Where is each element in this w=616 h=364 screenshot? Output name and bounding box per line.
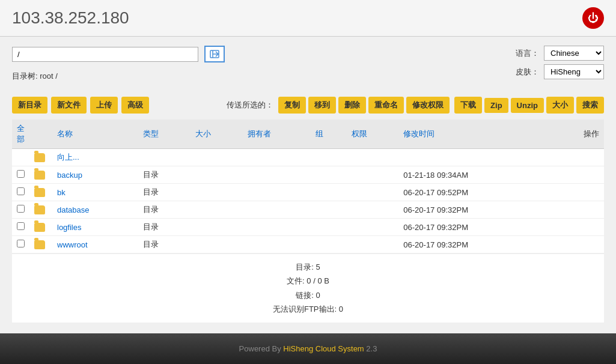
server-title: 103.38.252.180 bbox=[12, 8, 129, 28]
stats-unrecognized: 无法识别FTP输出: 0 bbox=[21, 302, 595, 316]
stats-area: 目录: 5 文件: 0 / 0 B 链接: 0 无法识别FTP输出: 0 bbox=[12, 253, 604, 323]
zip-button[interactable]: Zip bbox=[484, 98, 508, 113]
footer-brand: HiSheng Cloud System bbox=[283, 344, 364, 353]
row-name-cell[interactable]: backup bbox=[52, 166, 138, 184]
row-group-cell bbox=[311, 166, 347, 184]
select-all-link[interactable]: 全部 bbox=[17, 124, 25, 144]
row-checkbox-cell[interactable] bbox=[12, 201, 29, 219]
owner-header[interactable]: 拥有者 bbox=[243, 120, 311, 149]
file-link[interactable]: wwwroot bbox=[57, 240, 88, 249]
search-button[interactable]: 搜索 bbox=[576, 97, 604, 114]
path-input[interactable] bbox=[12, 47, 198, 62]
row-ops-cell bbox=[552, 219, 604, 236]
row-ops-cell bbox=[552, 236, 604, 253]
go-icon bbox=[209, 49, 220, 59]
row-size-cell bbox=[191, 166, 243, 184]
file-link[interactable]: backup bbox=[57, 171, 82, 180]
upload-button[interactable]: 上传 bbox=[90, 97, 118, 114]
row-checkbox-cell[interactable] bbox=[12, 184, 29, 201]
row-checkbox[interactable] bbox=[17, 240, 25, 247]
download-button[interactable]: 下载 bbox=[454, 97, 482, 114]
delete-button[interactable]: 删除 bbox=[338, 97, 366, 114]
file-link[interactable]: bk bbox=[57, 188, 66, 197]
ops-header: 操作 bbox=[552, 120, 604, 149]
row-icon-cell bbox=[29, 201, 52, 219]
row-perms-cell bbox=[347, 184, 399, 201]
row-modified-cell: 01-21-18 09:34AM bbox=[398, 166, 552, 184]
file-link[interactable]: logfiles bbox=[57, 223, 81, 232]
row-name-cell[interactable]: bk bbox=[52, 184, 138, 201]
row-checkbox-cell bbox=[12, 149, 29, 166]
row-name-cell[interactable]: logfiles bbox=[52, 219, 138, 236]
row-icon-cell bbox=[29, 236, 52, 253]
new-folder-button[interactable]: 新目录 bbox=[12, 97, 47, 114]
file-link[interactable]: database bbox=[57, 205, 90, 214]
rename-button[interactable]: 重命名 bbox=[368, 97, 404, 114]
row-owner-cell bbox=[243, 219, 311, 236]
row-name-cell[interactable]: 向上... bbox=[52, 149, 552, 166]
language-label: 语言： bbox=[516, 48, 539, 59]
power-button[interactable]: ⏻ bbox=[582, 7, 604, 29]
row-checkbox-cell[interactable] bbox=[12, 236, 29, 253]
name-header[interactable]: 名称 bbox=[52, 120, 138, 149]
row-size-cell bbox=[191, 219, 243, 236]
folder-icon bbox=[34, 153, 45, 162]
row-group-cell bbox=[311, 184, 347, 201]
file-table: 全部 名称 类型 大小 拥有者 组 权限 修改时间 操作 bbox=[12, 120, 604, 253]
table-row: logfiles 目录 06-20-17 09:32PM bbox=[12, 219, 604, 236]
row-type-cell: 目录 bbox=[138, 201, 191, 219]
skin-label: 皮肤： bbox=[516, 67, 539, 77]
file-link[interactable]: 向上... bbox=[57, 153, 79, 162]
perms-header[interactable]: 权限 bbox=[347, 120, 399, 149]
content-area: 目录树: root / 语言： Chinese English 皮肤： HiSh… bbox=[0, 37, 616, 333]
row-checkbox[interactable] bbox=[17, 222, 25, 230]
row-checkbox[interactable] bbox=[17, 187, 25, 195]
row-group-cell bbox=[311, 236, 347, 253]
row-perms-cell bbox=[347, 166, 399, 184]
select-all-header[interactable]: 全部 bbox=[12, 120, 29, 149]
move-button[interactable]: 移到 bbox=[308, 97, 336, 114]
power-icon: ⏻ bbox=[588, 12, 599, 25]
row-checkbox-cell[interactable] bbox=[12, 219, 29, 236]
row-name-cell[interactable]: database bbox=[52, 201, 138, 219]
modified-header[interactable]: 修改时间 bbox=[398, 120, 552, 149]
advanced-button[interactable]: 高级 bbox=[121, 97, 149, 114]
table-row: bk 目录 06-20-17 09:52PM bbox=[12, 184, 604, 201]
size-button[interactable]: 大小 bbox=[546, 97, 574, 114]
row-type-cell: 目录 bbox=[138, 236, 191, 253]
table-header-row: 全部 名称 类型 大小 拥有者 组 权限 修改时间 操作 bbox=[12, 120, 604, 149]
row-type-cell: 目录 bbox=[138, 219, 191, 236]
group-header[interactable]: 组 bbox=[311, 120, 347, 149]
language-select[interactable]: Chinese English bbox=[544, 46, 604, 61]
table-row: backup 目录 01-21-18 09:34AM bbox=[12, 166, 604, 184]
row-icon-cell bbox=[29, 166, 52, 184]
new-file-button[interactable]: 新文件 bbox=[51, 97, 87, 114]
path-bar bbox=[12, 46, 225, 62]
chmod-button[interactable]: 修改权限 bbox=[406, 97, 450, 114]
row-size-cell bbox=[191, 236, 243, 253]
breadcrumb: 目录树: root / bbox=[12, 71, 225, 82]
row-icon-cell bbox=[29, 219, 52, 236]
folder-icon bbox=[34, 240, 45, 249]
unzip-button[interactable]: Unzip bbox=[511, 98, 544, 113]
row-type-cell: 目录 bbox=[138, 166, 191, 184]
lang-skin-area: 语言： Chinese English 皮肤： HiSheng Default bbox=[516, 46, 604, 79]
row-name-cell[interactable]: wwwroot bbox=[52, 236, 138, 253]
row-ops-cell bbox=[552, 201, 604, 219]
row-checkbox[interactable] bbox=[17, 205, 25, 213]
left-toolbar: 新目录 新文件 上传 高级 bbox=[12, 97, 149, 114]
row-checkbox-cell[interactable] bbox=[12, 166, 29, 184]
folder-icon bbox=[34, 188, 45, 197]
row-icon-cell bbox=[29, 149, 52, 166]
row-modified-cell: 06-20-17 09:52PM bbox=[398, 184, 552, 201]
skin-select[interactable]: HiSheng Default bbox=[544, 64, 604, 79]
path-go-button[interactable] bbox=[204, 46, 225, 62]
row-ops-cell bbox=[552, 166, 604, 184]
row-checkbox[interactable] bbox=[17, 170, 25, 178]
row-modified-cell: 06-20-17 09:32PM bbox=[398, 201, 552, 219]
copy-button[interactable]: 复制 bbox=[278, 97, 306, 114]
type-header[interactable]: 类型 bbox=[138, 120, 191, 149]
transfer-label: 传送所选的： bbox=[227, 100, 273, 111]
row-group-cell bbox=[311, 219, 347, 236]
size-header[interactable]: 大小 bbox=[191, 120, 243, 149]
